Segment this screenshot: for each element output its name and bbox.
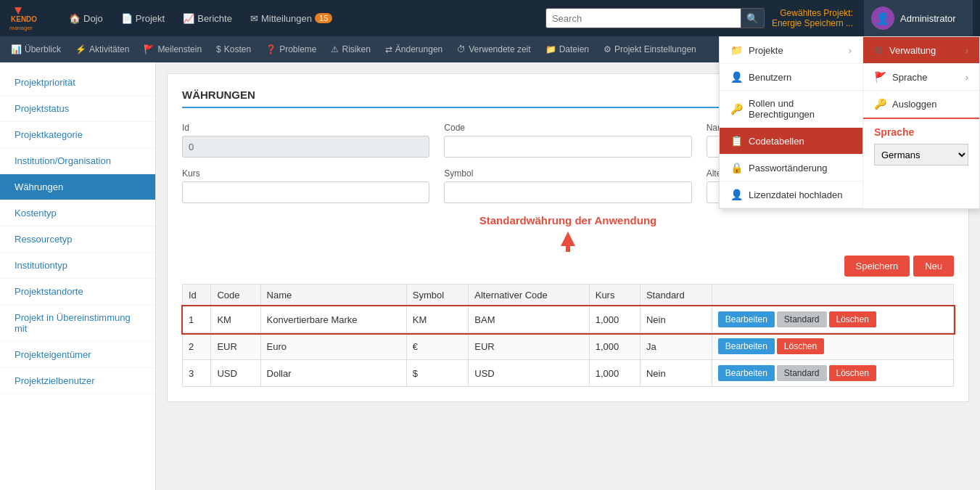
save-button[interactable]: Speichern [844, 256, 910, 277]
language-label: Sprache [874, 126, 968, 138]
cell-actions: Bearbeiten Löschen [712, 333, 953, 360]
nav-projekt-einstellungen[interactable]: ⚙ Projekt Einstellungen [596, 41, 704, 58]
delete-button-2[interactable]: Löschen [829, 365, 876, 381]
delete-button-0[interactable]: Löschen [829, 311, 876, 327]
sidebar-item-projektstandorte[interactable]: Projektstandorte [0, 279, 155, 305]
arrow-up-indicator [182, 230, 954, 252]
sidebar-item-institutiontyp[interactable]: Institutiontyp [0, 253, 155, 279]
user-avatar: 👤 [871, 7, 894, 30]
table-row: 2 EUR Euro € EUR 1,000 Ja Bearbeiten Lös… [183, 333, 954, 360]
new-button[interactable]: Neu [913, 256, 954, 277]
cell-code: KM [211, 306, 260, 333]
projekt-icon: 📄 [121, 13, 133, 24]
dropdown-projekte[interactable]: 📁 Projekte › [720, 37, 862, 64]
uberblick-icon: 📊 [11, 44, 22, 54]
codetabellen-icon: 📋 [730, 135, 743, 147]
search-input[interactable] [545, 8, 741, 28]
nav-anderungen[interactable]: ⇄ Änderungen [378, 41, 450, 58]
cell-id: 2 [183, 333, 211, 360]
nav-dateien[interactable]: 📁 Dateien [538, 41, 596, 58]
search-icon: 🔍 [746, 13, 759, 24]
mitteilungen-badge: 15 [315, 13, 332, 23]
nav-projekt[interactable]: 📄 Projekt [114, 9, 172, 28]
standard-button-0[interactable]: Standard [777, 311, 827, 327]
code-label: Code [444, 123, 691, 133]
code-input[interactable] [444, 136, 691, 158]
sidebar-item-wahrungen[interactable]: Währungen [0, 174, 155, 200]
sprache-arrow: › [965, 72, 968, 83]
table-header-row: Id Code Name Symbol Alternativer Code Ku… [183, 285, 954, 306]
projekte-arrow: › [849, 45, 852, 56]
user-area[interactable]: 👤 Administrator [864, 0, 973, 36]
sidebar-item-projektzielbenutzer[interactable]: Projektzielbenutzer [0, 368, 155, 394]
dropdown-rollen[interactable]: 🔑 Rollen und Berechtigungen [720, 91, 862, 128]
sidebar-item-projekt-ubereinstimmung[interactable]: Projekt in Übereinstimmung mit [0, 305, 155, 342]
dropdown-sub-col: ⚙ Verwaltung › 🚩 Sprache › 🔑 Ausloggen S… [863, 37, 979, 208]
sidebar-item-kostentyp[interactable]: Kostentyp [0, 200, 155, 226]
sidebar-item-projekteigentumer[interactable]: Projekteigentümer [0, 342, 155, 368]
edit-button-1[interactable]: Bearbeiten [718, 338, 775, 354]
cell-name: Euro [260, 333, 406, 360]
action-buttons: Speichern Neu [182, 256, 954, 277]
nav-mitteilungen[interactable]: ✉ Mitteilungen 15 [243, 9, 339, 28]
sidebar-item-ressourcetyp[interactable]: Ressourcetyp [0, 226, 155, 253]
symbol-label: Symbol [444, 168, 691, 179]
th-symbol: Symbol [406, 285, 469, 306]
kurs-input[interactable] [182, 181, 429, 203]
cell-kurs: 1,000 [589, 306, 640, 333]
nav-aktivitaten[interactable]: ⚡ Aktivitäten [68, 41, 136, 58]
search-area: 🔍 [545, 8, 765, 28]
top-nav-links: 🏠 Dojo 📄 Projekt 📈 Berichte ✉ Mitteilung… [62, 9, 538, 28]
th-id: Id [183, 285, 211, 306]
zeit-icon: ⏱ [457, 44, 466, 54]
edit-button-2[interactable]: Bearbeiten [718, 365, 775, 381]
dropdown-menu: 📁 Projekte › 👤 Benutzern 🔑 Rollen und Be… [719, 36, 980, 209]
top-navigation: KENDO manager 🏠 Dojo 📄 Projekt 📈 Bericht… [0, 0, 980, 36]
cell-symbol: KM [406, 306, 469, 333]
user-name: Administrator [900, 13, 956, 24]
delete-button-1[interactable]: Löschen [777, 338, 824, 354]
sidebar-item-projektprioritat[interactable]: Projektpriorität [0, 70, 155, 96]
nav-dojo[interactable]: 🏠 Dojo [62, 9, 110, 28]
nav-uberblick[interactable]: 📊 Überblick [4, 41, 68, 58]
arrow-up-icon [557, 230, 579, 252]
sidebar-item-projektstatus[interactable]: Projektstatus [0, 96, 155, 122]
form-group-kurs: Kurs [182, 168, 429, 203]
dropdown-codetabellen[interactable]: 📋 Codetabellen [720, 128, 862, 155]
dropdown-sprache[interactable]: 🚩 Sprache › [863, 64, 979, 91]
logo-area[interactable]: KENDO manager [7, 4, 47, 33]
standard-button-2[interactable]: Standard [777, 365, 827, 381]
language-select[interactable]: Germans English Français [874, 144, 968, 166]
edit-button-0[interactable]: Bearbeiten [718, 311, 775, 327]
dropdown-benutzer[interactable]: 👤 Benutzern [720, 64, 862, 91]
nav-kosten[interactable]: $ Kosten [209, 41, 258, 58]
currencies-table: Id Code Name Symbol Alternativer Code Ku… [182, 284, 954, 387]
form-group-symbol: Symbol [444, 168, 691, 203]
th-code: Code [211, 285, 260, 306]
th-standard: Standard [640, 285, 712, 306]
sidebar-item-institution[interactable]: Institution/Organisation [0, 148, 155, 174]
svg-text:manager: manager [9, 25, 33, 31]
cell-id: 1 [183, 306, 211, 333]
cell-altcode: BAM [469, 306, 589, 333]
id-input[interactable] [182, 136, 429, 158]
nav-verwendete-zeit[interactable]: ⏱ Verwendete zeit [450, 41, 538, 58]
cell-name: Konvertierbare Marke [260, 306, 406, 333]
verwaltung-icon: ⚙ [874, 44, 884, 56]
sidebar: Projektpriorität Projektstatus Projektka… [0, 62, 156, 490]
svg-text:KENDO: KENDO [11, 15, 37, 23]
dropdown-verwaltung[interactable]: ⚙ Verwaltung › [863, 37, 979, 64]
symbol-input[interactable] [444, 181, 691, 203]
nav-meilenstein[interactable]: 🚩 Meilenstein [136, 41, 209, 58]
sidebar-item-projektkategorie[interactable]: Projektkategorie [0, 122, 155, 148]
nav-risiken[interactable]: ⚠ Risiken [324, 41, 377, 58]
dropdown-passwort[interactable]: 🔒 Passwortänderung [720, 155, 862, 181]
berichte-icon: 📈 [183, 13, 194, 24]
nav-probleme[interactable]: ❓ Probleme [258, 41, 324, 58]
dropdown-lizenz[interactable]: 👤 Lizenzdatei hochladen [720, 181, 862, 208]
th-name: Name [260, 285, 406, 306]
search-button[interactable]: 🔍 [741, 8, 765, 28]
dropdown-ausloggen[interactable]: 🔑 Ausloggen [863, 91, 979, 118]
nav-berichte[interactable]: 📈 Berichte [176, 9, 239, 28]
cell-id: 3 [183, 360, 211, 387]
